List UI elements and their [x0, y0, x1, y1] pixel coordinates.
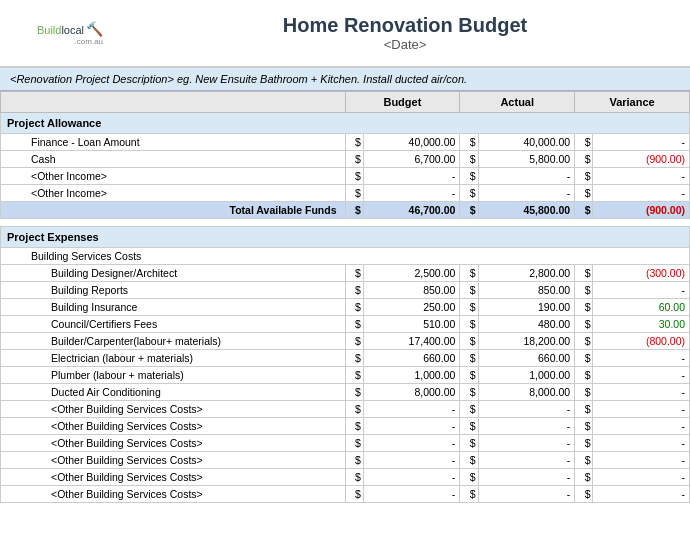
row-budget: - — [363, 418, 459, 435]
table-row: Cash $ 6,700.00 $ 5,800.00 $ (900.00) — [1, 151, 690, 168]
row-actual: - — [478, 486, 574, 503]
row-label: Builder/Carpenter(labour+ materials) — [1, 333, 346, 350]
row-budget: 2,500.00 — [363, 265, 459, 282]
section-project-expenses: Project Expenses — [1, 227, 690, 248]
total-variance: (900.00) — [593, 202, 690, 219]
row-budget: - — [363, 486, 459, 503]
row-label: Building Insurance — [1, 299, 346, 316]
row-variance: (300.00) — [593, 265, 690, 282]
row-actual: 660.00 — [478, 350, 574, 367]
row-label: <Other Building Services Costs> — [1, 418, 346, 435]
description-row: <Renovation Project Description> eg. New… — [0, 68, 690, 91]
row-variance: 30.00 — [593, 316, 690, 333]
section-project-allowance: Project Allowance — [1, 113, 690, 134]
row-actual: 850.00 — [478, 282, 574, 299]
row-actual: 2,800.00 — [478, 265, 574, 282]
row-label: Building Reports — [1, 282, 346, 299]
table-row: <Other Building Services Costs> $ - $ - … — [1, 401, 690, 418]
row-label: Finance - Loan Amount — [1, 134, 346, 151]
col-header-budget: Budget — [345, 92, 460, 113]
row-label: Building Designer/Architect — [1, 265, 346, 282]
table-row: <Other Income> $ - $ - $ - — [1, 168, 690, 185]
table-row: Ducted Air Conditioning $ 8,000.00 $ 8,0… — [1, 384, 690, 401]
row-label: Electrician (labour + materials) — [1, 350, 346, 367]
subsection-building-services: Building Services Costs — [1, 248, 690, 265]
row-label: <Other Income> — [1, 168, 346, 185]
row-budget: - — [363, 469, 459, 486]
logo-local: local — [61, 24, 84, 36]
row-budget: - — [363, 435, 459, 452]
table-row: <Other Income> $ - $ - $ - — [1, 185, 690, 202]
row-actual: 40,000.00 — [478, 134, 574, 151]
table-row: Electrician (labour + materials) $ 660.0… — [1, 350, 690, 367]
row-label: <Other Building Services Costs> — [1, 435, 346, 452]
table-row: Builder/Carpenter(labour+ materials) $ 1… — [1, 333, 690, 350]
logo-build: Build — [37, 24, 61, 36]
row-variance: - — [593, 350, 690, 367]
row-actual: - — [478, 469, 574, 486]
row-variance: - — [593, 418, 690, 435]
row-variance: (800.00) — [593, 333, 690, 350]
total-actual: 45,800.00 — [478, 202, 574, 219]
date-label: <Date> — [130, 37, 680, 52]
row-budget: - — [363, 452, 459, 469]
row-variance: - — [593, 168, 690, 185]
table-row: Building Insurance $ 250.00 $ 190.00 $ 6… — [1, 299, 690, 316]
table-row: <Other Building Services Costs> $ - $ - … — [1, 452, 690, 469]
row-variance: - — [593, 486, 690, 503]
row-label: <Other Building Services Costs> — [1, 452, 346, 469]
row-label: <Other Building Services Costs> — [1, 401, 346, 418]
row-label: <Other Building Services Costs> — [1, 486, 346, 503]
row-actual: - — [478, 452, 574, 469]
main-title: Home Renovation Budget — [130, 14, 680, 37]
row-variance: - — [593, 185, 690, 202]
row-actual: - — [478, 168, 574, 185]
budget-table: Budget Actual Variance Project Allowance… — [0, 91, 690, 503]
row-budget: 8,000.00 — [363, 384, 459, 401]
row-actual: - — [478, 435, 574, 452]
row-actual: 8,000.00 — [478, 384, 574, 401]
row-budget: 40,000.00 — [363, 134, 459, 151]
row-label: <Other Income> — [1, 185, 346, 202]
row-budget: - — [363, 168, 459, 185]
table-row: Building Reports $ 850.00 $ 850.00 $ - — [1, 282, 690, 299]
row-variance: - — [593, 384, 690, 401]
row-budget: - — [363, 185, 459, 202]
row-actual: - — [478, 418, 574, 435]
row-variance: - — [593, 367, 690, 384]
row-variance: (900.00) — [593, 151, 690, 168]
table-row: Finance - Loan Amount $ 40,000.00 $ 40,0… — [1, 134, 690, 151]
title-box: Home Renovation Budget <Date> — [130, 14, 680, 52]
row-variance: - — [593, 452, 690, 469]
row-label: Ducted Air Conditioning — [1, 384, 346, 401]
row-label: Plumber (labour + materials) — [1, 367, 346, 384]
table-row: <Other Building Services Costs> $ - $ - … — [1, 486, 690, 503]
table-row: <Other Building Services Costs> $ - $ - … — [1, 469, 690, 486]
row-budget: 850.00 — [363, 282, 459, 299]
row-actual: 1,000.00 — [478, 367, 574, 384]
col-header-actual: Actual — [460, 92, 575, 113]
total-row: Total Available Funds $ 46,700.00 $ 45,8… — [1, 202, 690, 219]
row-variance: - — [593, 282, 690, 299]
logo-dotcom: .com.au — [37, 37, 103, 46]
table-row: <Other Building Services Costs> $ - $ - … — [1, 435, 690, 452]
col-header-variance: Variance — [575, 92, 690, 113]
col-header-label — [1, 92, 346, 113]
row-budget: - — [363, 401, 459, 418]
row-variance: - — [593, 401, 690, 418]
logo: Buildlocal🔨 .com.au — [10, 8, 130, 58]
row-budget: 510.00 — [363, 316, 459, 333]
row-actual: - — [478, 401, 574, 418]
row-budget: 250.00 — [363, 299, 459, 316]
table-row: Council/Certifiers Fees $ 510.00 $ 480.0… — [1, 316, 690, 333]
table-row: Plumber (labour + materials) $ 1,000.00 … — [1, 367, 690, 384]
row-variance: - — [593, 134, 690, 151]
page-header: Buildlocal🔨 .com.au Home Renovation Budg… — [0, 0, 690, 68]
total-budget: 46,700.00 — [363, 202, 459, 219]
spacer-row — [1, 219, 690, 227]
row-actual: - — [478, 185, 574, 202]
row-actual: 5,800.00 — [478, 151, 574, 168]
total-label: Total Available Funds — [1, 202, 346, 219]
row-budget: 6,700.00 — [363, 151, 459, 168]
subsection-label: Building Services Costs — [1, 248, 690, 265]
